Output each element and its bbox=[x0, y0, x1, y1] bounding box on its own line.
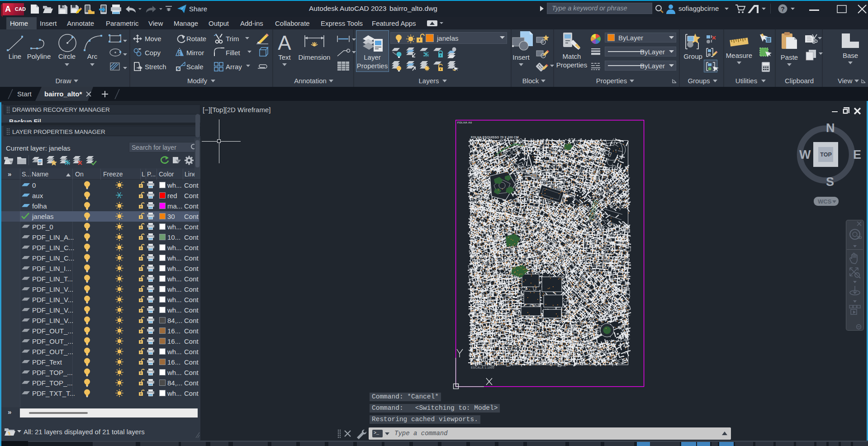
svg-text:2D: 2D bbox=[857, 235, 862, 240]
svg-text:?: ? bbox=[781, 5, 785, 13]
